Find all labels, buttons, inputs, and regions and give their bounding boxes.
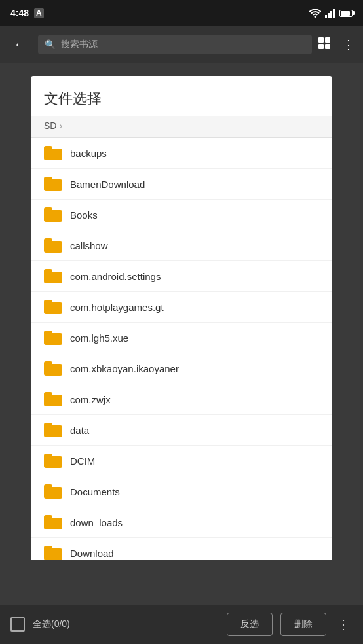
folder-name: DCIM [70, 456, 95, 467]
folder-item[interactable]: data [31, 415, 332, 446]
folder-name: Download [70, 548, 114, 559]
folder-item[interactable]: BamenDownload [31, 169, 332, 200]
search-placeholder: 搜索书源 [61, 39, 98, 50]
svg-rect-0 [325, 15, 327, 18]
svg-rect-2 [330, 11, 332, 18]
svg-rect-3 [333, 9, 335, 18]
folder-name: com.xbkaoyan.ikaoyaner [70, 363, 179, 374]
folder-item[interactable]: com.android.settings [31, 261, 332, 292]
breadcrumb-row: SD › [31, 116, 332, 138]
folder-icon [44, 454, 62, 468]
main-background: 文件选择 SD › backupsBamenDownloadBookscalls… [0, 63, 363, 605]
time-display: 4:48 [10, 8, 29, 18]
folder-icon [44, 546, 62, 560]
folder-item[interactable]: backups [31, 138, 332, 169]
folder-icon [44, 361, 62, 376]
toolbar-icons: ⋮ [317, 36, 355, 54]
folder-icon [44, 515, 62, 529]
folder-item[interactable]: com.lgh5.xue [31, 323, 332, 353]
folder-icon [44, 146, 62, 160]
folder-item[interactable]: callshow [31, 230, 332, 261]
svg-rect-5 [325, 37, 330, 43]
status-bar: 4:48 A [0, 0, 363, 26]
bottom-more-icon[interactable]: ⋮ [334, 614, 353, 635]
signal-icon [325, 9, 335, 18]
folder-icon [44, 207, 62, 222]
folder-icon [44, 331, 62, 345]
svg-rect-1 [328, 13, 330, 18]
folder-name: com.android.settings [70, 271, 161, 282]
a-icon: A [34, 8, 44, 18]
folder-icon [44, 484, 62, 499]
folder-item[interactable]: Download [31, 538, 332, 560]
folder-item[interactable]: DCIM [31, 446, 332, 476]
breadcrumb-sd[interactable]: SD [44, 120, 56, 131]
folder-name: Books [70, 209, 98, 221]
folder-name: BamenDownload [70, 179, 145, 190]
folder-item[interactable]: Documents [31, 476, 332, 507]
status-bar-left: 4:48 A [10, 8, 44, 18]
select-all-checkbox[interactable] [10, 617, 25, 632]
folder-item[interactable]: com.zwjx [31, 384, 332, 415]
folder-name: com.lgh5.xue [70, 332, 128, 344]
folder-name: backups [70, 148, 107, 159]
back-button[interactable]: ← [8, 33, 33, 56]
folder-icon [44, 300, 62, 314]
folder-list: backupsBamenDownloadBookscallshowcom.and… [31, 138, 332, 560]
folder-name: com.hotplaygames.gt [70, 302, 164, 313]
folder-name: Documents [70, 486, 120, 497]
search-bar[interactable]: 🔍 搜索书源 [38, 35, 312, 54]
folder-item[interactable]: com.xbkaoyan.ikaoyaner [31, 353, 332, 384]
folder-name: com.zwjx [70, 394, 111, 405]
folder-name: down_loads [70, 517, 123, 528]
folder-icon [44, 177, 62, 191]
wifi-icon [309, 9, 321, 18]
status-bar-right [309, 9, 353, 18]
svg-rect-4 [318, 37, 324, 43]
search-icon: 🔍 [45, 39, 56, 50]
folder-item[interactable]: Books [31, 200, 332, 230]
svg-rect-7 [325, 44, 330, 49]
folder-name: data [70, 425, 89, 436]
folder-name: callshow [70, 240, 108, 251]
folder-icon [44, 238, 62, 253]
layout-icon[interactable] [317, 36, 332, 54]
folder-icon [44, 269, 62, 283]
battery-icon [339, 10, 353, 17]
folder-item[interactable]: down_loads [31, 507, 332, 538]
bottom-bar: 全选(0/0) 反选 删除 ⋮ [0, 605, 363, 644]
file-chooser-dialog: 文件选择 SD › backupsBamenDownloadBookscalls… [31, 76, 332, 560]
reverse-select-button[interactable]: 反选 [227, 613, 273, 636]
select-all-label: 全选(0/0) [33, 618, 219, 630]
breadcrumb-chevron: › [59, 120, 62, 131]
folder-icon [44, 423, 62, 437]
svg-rect-6 [318, 44, 324, 49]
delete-button[interactable]: 删除 [280, 613, 326, 636]
toolbar: ← 🔍 搜索书源 ⋮ [0, 26, 363, 63]
more-options-icon[interactable]: ⋮ [342, 37, 355, 52]
folder-icon [44, 392, 62, 406]
folder-item[interactable]: com.hotplaygames.gt [31, 292, 332, 323]
dialog-title: 文件选择 [31, 76, 332, 116]
